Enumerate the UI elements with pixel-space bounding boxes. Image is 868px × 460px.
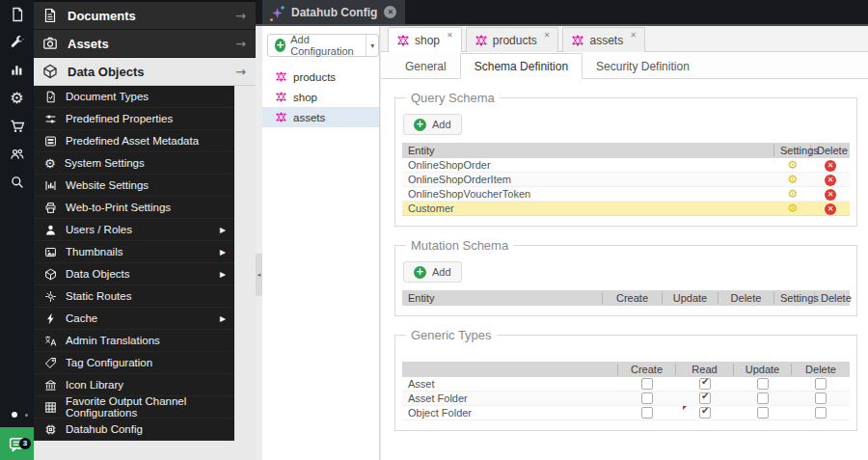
close-icon[interactable]: ✕ xyxy=(544,31,551,40)
column-header-settings[interactable]: Settings xyxy=(774,292,815,304)
tree-item-assets[interactable]: assets xyxy=(262,107,379,127)
create-checkbox[interactable] xyxy=(641,392,653,404)
table-row: Asset xyxy=(402,377,850,392)
add-configuration-dropdown-arrow[interactable]: ▾ xyxy=(366,35,378,56)
accordion-assets[interactable]: Assets → xyxy=(34,30,256,58)
read-checkbox[interactable] xyxy=(699,378,711,390)
tree-item-products[interactable]: products xyxy=(262,67,379,87)
column-header-blank xyxy=(402,364,618,375)
definition-subtabs: General Schema Definition Security Defin… xyxy=(381,52,868,79)
subtab-general[interactable]: General xyxy=(392,53,460,79)
update-checkbox[interactable] xyxy=(757,392,769,404)
sidebar-item-icon-library[interactable]: Icon Library xyxy=(34,374,234,396)
subtab-schema-definition[interactable]: Schema Definition xyxy=(460,53,583,79)
notifications-chat-button[interactable]: 3 xyxy=(0,427,34,460)
table-row[interactable]: OnlineShopOrder ⚙ ✕ xyxy=(402,158,850,173)
sidebar-item-thumbnails[interactable]: Thumbnails ▸ xyxy=(34,241,234,263)
create-checkbox[interactable] xyxy=(641,378,653,390)
sidebar-item-datahub-config[interactable]: Datahub Config xyxy=(34,419,234,441)
document-nav-button[interactable] xyxy=(0,0,34,28)
ecommerce-nav-button[interactable] xyxy=(0,112,34,140)
collapse-handle[interactable]: ◂ xyxy=(256,254,262,296)
submenu-arrow-icon: ▸ xyxy=(220,311,226,325)
settings-nav-button[interactable]: ⚙ xyxy=(0,84,34,112)
read-checkbox[interactable] xyxy=(699,392,711,404)
subtab-security-definition[interactable]: Security Definition xyxy=(583,53,703,79)
column-header-delete[interactable]: Delete xyxy=(815,292,850,304)
tab-shop[interactable]: shop ✕ xyxy=(388,27,462,52)
delete-icon[interactable]: ✕ xyxy=(825,175,836,186)
delete-icon[interactable]: ✕ xyxy=(825,160,836,172)
close-icon[interactable]: ✕ xyxy=(447,31,453,40)
sidebar-item-document-types[interactable]: Document Types xyxy=(34,86,234,108)
status-dot-secondary xyxy=(25,414,28,417)
sidebar-item-predefined-asset-metadata[interactable]: Predefined Asset Metadata xyxy=(34,130,234,152)
tab-assets[interactable]: assets ✕ xyxy=(562,27,644,52)
reports-nav-button[interactable] xyxy=(0,56,34,84)
column-header-settings[interactable]: Settings xyxy=(774,145,811,156)
datahub-config-window-tab[interactable]: Datahub Config ✕ xyxy=(262,0,405,24)
create-checkbox[interactable] xyxy=(641,407,653,419)
settings-icon[interactable]: ⚙ xyxy=(788,203,799,214)
sidebar-item-website-settings[interactable]: Website Settings xyxy=(34,175,234,197)
sidebar-item-web-to-print-settings[interactable]: Web-to-Print Settings xyxy=(34,197,234,219)
sidebar-item-label: Predefined Properties xyxy=(66,113,173,124)
sidebar-item-tag-configuration[interactable]: Tag Configuration xyxy=(34,352,234,374)
settings-icon[interactable]: ⚙ xyxy=(788,159,799,171)
column-header-create[interactable]: Create xyxy=(603,292,663,304)
accordion-data-objects[interactable]: Data Objects → xyxy=(34,58,256,86)
table-row[interactable]: OnlineShopVoucherToken ⚙ ✕ xyxy=(402,187,850,202)
delete-checkbox[interactable] xyxy=(815,378,827,390)
sidebar-item-admin-translations[interactable]: Admin Translations xyxy=(34,330,234,352)
sidebar-item-predefined-properties[interactable]: Predefined Properties xyxy=(34,108,234,130)
delete-icon[interactable]: ✕ xyxy=(825,203,836,215)
read-checkbox[interactable] xyxy=(699,407,711,419)
graphql-icon xyxy=(397,35,409,46)
update-checkbox[interactable] xyxy=(757,378,769,390)
shopping-cart-icon xyxy=(10,119,25,134)
column-header-create[interactable]: Create xyxy=(618,364,676,375)
datahub-sparkle-icon xyxy=(271,6,285,19)
add-configuration-split-button[interactable]: + Add Configuration ▾ xyxy=(267,34,379,57)
column-header-delete[interactable]: Delete xyxy=(719,292,774,304)
entity-cell: Customer xyxy=(402,203,774,214)
window-tab-label: Datahub Config xyxy=(291,6,377,19)
main-editor-area: shop ✕ products ✕ assets ✕ General Schem… xyxy=(381,26,868,460)
sidebar-item-system-settings[interactable]: ⚙ System Settings xyxy=(34,152,234,175)
sidebar-item-cache[interactable]: Cache ▸ xyxy=(34,308,234,330)
close-icon[interactable]: ✕ xyxy=(630,31,637,40)
tree-item-shop[interactable]: shop xyxy=(262,87,379,107)
settings-icon[interactable]: ⚙ xyxy=(788,174,799,185)
close-icon[interactable]: ✕ xyxy=(384,6,396,18)
column-header-read[interactable]: Read xyxy=(676,364,734,375)
customers-nav-button[interactable] xyxy=(0,140,34,168)
table-row[interactable]: OnlineShopOrderItem ⚙ ✕ xyxy=(402,173,850,187)
settings-icon[interactable]: ⚙ xyxy=(788,188,799,200)
add-configuration-button[interactable]: + Add Configuration xyxy=(268,34,366,57)
column-header-entity[interactable]: Entity xyxy=(402,292,603,304)
update-checkbox[interactable] xyxy=(757,407,769,419)
column-header-delete[interactable]: Delete xyxy=(792,364,850,375)
search-nav-button[interactable] xyxy=(0,168,34,196)
column-header-update[interactable]: Update xyxy=(734,364,792,375)
sidebar-item-favorite-output-channel-configurations[interactable]: Favorite Output Channel Configurations xyxy=(34,396,234,419)
tools-nav-button[interactable] xyxy=(0,28,34,56)
delete-checkbox[interactable] xyxy=(815,407,827,419)
sidebar-item-label: Cache xyxy=(66,312,97,324)
mutation-schema-add-button[interactable]: + Add xyxy=(403,261,462,283)
tab-products[interactable]: products ✕ xyxy=(466,27,559,52)
schema-definition-content: Query Schema + Add Entity Settings Delet… xyxy=(381,79,868,460)
column-header-delete[interactable]: Delete xyxy=(811,145,850,156)
delete-checkbox[interactable] xyxy=(815,392,827,404)
wrench-icon xyxy=(10,35,25,50)
sidebar-item-users-roles[interactable]: Users / Roles ▸ xyxy=(34,219,234,241)
sidebar-item-static-routes[interactable]: Static Routes xyxy=(34,285,234,308)
query-schema-add-button[interactable]: + Add xyxy=(403,114,462,135)
table-row-highlighted[interactable]: Customer ⚙ ✕ xyxy=(402,202,850,216)
accordion-documents[interactable]: Documents → xyxy=(34,2,256,30)
column-header-entity[interactable]: Entity xyxy=(402,145,774,156)
column-header-update[interactable]: Update xyxy=(663,292,719,304)
gear-icon: ⚙ xyxy=(44,156,56,171)
delete-icon[interactable]: ✕ xyxy=(825,189,836,201)
sidebar-item-data-objects[interactable]: Data Objects ▸ xyxy=(34,263,234,285)
